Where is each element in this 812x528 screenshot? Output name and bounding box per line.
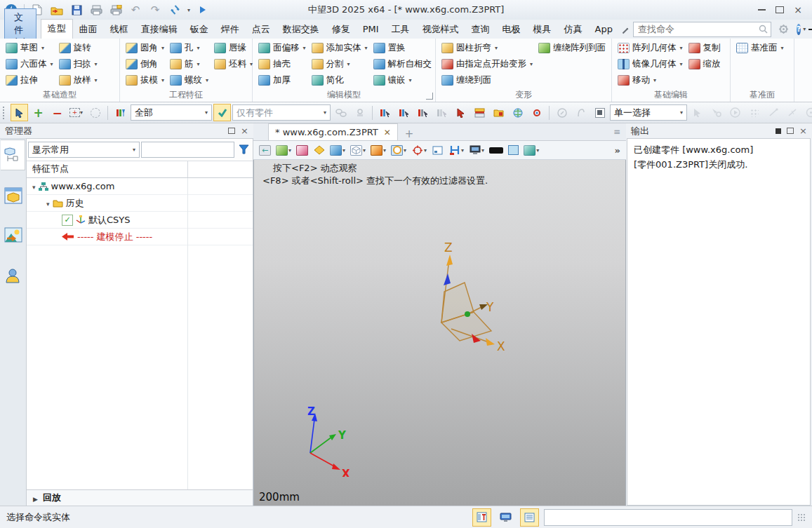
move-button[interactable]: 移动 (618, 74, 683, 86)
hole-button[interactable]: 孔 (170, 42, 208, 54)
fillet-button[interactable]: 圆角 (126, 42, 164, 54)
shaded-display-button[interactable] (330, 145, 345, 156)
document-tab[interactable]: * www.x6g.com.Z3PRT ✕ (268, 123, 398, 140)
entity-filter-icon[interactable] (112, 104, 129, 121)
tab-visual-style[interactable]: 视觉样式 (416, 20, 465, 39)
new-tab-button[interactable]: + (405, 128, 414, 140)
part-filter-combo[interactable]: 仅有零件 (232, 104, 331, 121)
redo-icon[interactable]: ↷ (148, 4, 162, 16)
simplify-button[interactable]: 简化 (312, 74, 368, 86)
replay-bar[interactable]: 回放 (27, 489, 253, 506)
sweep-button[interactable]: 扫掠 (59, 58, 98, 70)
sketch-button[interactable]: 草图 (6, 42, 53, 54)
deform-by-point-button[interactable]: 由指定点开始变形 (441, 58, 533, 70)
emboss-button[interactable]: 镶嵌 (373, 74, 432, 86)
tab-close-icon[interactable]: ✕ (384, 129, 391, 136)
expand-caret-icon[interactable] (32, 181, 36, 191)
help-icon[interactable]: ? (797, 24, 801, 35)
command-search-input[interactable] (637, 23, 759, 35)
tab-simulation[interactable]: 仿真 (558, 20, 589, 39)
viewport[interactable]: 按下<F2> 动态观察 <F8> 或者<Shift-roll> 查找下一个有效的… (253, 160, 626, 506)
scale-button[interactable]: 缩放 (688, 58, 721, 70)
datum-plane-view-icon[interactable] (313, 145, 325, 156)
layer-manager-icon[interactable] (471, 104, 488, 121)
remove-selection-button[interactable]: − (48, 104, 66, 121)
ring-display-button[interactable] (391, 145, 406, 156)
thread-button[interactable]: 螺纹 (170, 74, 208, 86)
thicken-button[interactable]: 加厚 (258, 74, 306, 86)
display-layers-button[interactable] (276, 145, 291, 156)
dialog-launcher-icon[interactable] (426, 93, 433, 100)
tree-node-history[interactable]: 历史 (27, 195, 253, 212)
window-zoom-icon[interactable] (432, 145, 444, 156)
toolbar-drag-handle[interactable] (3, 107, 7, 119)
user-manager-icon[interactable] (1, 261, 25, 290)
shell-button[interactable]: 抽壳 (258, 58, 306, 70)
cylinder-bend-button[interactable]: 圆柱折弯 (441, 42, 533, 54)
tab-app[interactable]: App (589, 21, 619, 37)
back-icon[interactable]: ← (259, 145, 271, 156)
black-bar-icon[interactable] (489, 147, 503, 154)
display-filter-combo[interactable]: 显示常用 (28, 142, 140, 158)
entity-filter-combo[interactable]: 全部 (131, 104, 212, 121)
prompt-panel-button[interactable] (472, 508, 491, 527)
tab-weldment[interactable]: 焊件 (215, 20, 246, 39)
tree-search-input[interactable] (141, 142, 234, 158)
lip-button[interactable]: 唇缘 (214, 42, 253, 54)
open-file-icon[interactable] (50, 4, 64, 16)
output-pin-icon[interactable] (776, 128, 781, 134)
manager-close-button[interactable]: × (241, 128, 248, 134)
save-icon[interactable] (69, 4, 84, 16)
tab-electrode[interactable]: 电极 (496, 20, 527, 39)
target-point-button[interactable] (411, 145, 427, 156)
regenerate-icon[interactable] (168, 4, 182, 16)
monitor-display-button[interactable] (469, 145, 484, 156)
draft-button[interactable]: 拔模 (126, 74, 164, 86)
pointer-icon[interactable] (452, 104, 470, 121)
pick-list-3-icon[interactable] (414, 104, 432, 121)
message-list-button[interactable] (520, 508, 539, 527)
tab-pmi[interactable]: PMI (357, 21, 385, 37)
replace-button[interactable]: 置换 (373, 42, 432, 54)
tab-list-icon[interactable]: ≡ (613, 127, 620, 137)
pick-list-2-icon[interactable] (395, 104, 413, 121)
tree-node-default-csys[interactable]: 默认CSYS (27, 212, 253, 229)
output-log[interactable]: 已创建零件 [www.x6g.com] [零件001.Z3PRT]关闭成功. (627, 138, 811, 506)
tab-data-exchange[interactable]: 数据交换 (277, 20, 326, 39)
tab-shape[interactable]: 造型 (41, 19, 73, 39)
copy-button[interactable]: 复制 (688, 42, 721, 54)
undo-icon[interactable]: ↶ (128, 4, 142, 16)
tab-mold[interactable]: 模具 (527, 20, 558, 39)
expand-caret-icon[interactable] (46, 198, 50, 208)
print-icon[interactable] (89, 4, 103, 16)
default-csys-graphic[interactable]: Z Y X (420, 240, 533, 359)
datum-plane-button[interactable]: 基准面 (736, 42, 784, 54)
viewport-toolbar-overflow-icon[interactable]: » (615, 145, 620, 156)
help-caret[interactable]: ▾ (803, 26, 806, 32)
chamfer-button[interactable]: 倒角 (126, 58, 164, 70)
tree-node-model-stop[interactable]: ----- 建模停止 ----- (27, 229, 253, 245)
pick-list-1-icon[interactable] (376, 104, 394, 121)
face-offset-button[interactable]: 面偏移 (258, 42, 306, 54)
history-manager-icon[interactable] (1, 140, 25, 170)
print-batch-icon[interactable] (109, 4, 123, 16)
wrap-to-face-button[interactable]: 缠绕到面 (441, 74, 533, 86)
window-maximize-button[interactable] (776, 6, 784, 13)
add-selection-button[interactable]: + (29, 104, 47, 121)
visibility-checkbox[interactable] (62, 215, 73, 226)
screen-display-button[interactable] (496, 508, 515, 527)
folder-library-icon[interactable] (490, 104, 507, 121)
output-restore-button[interactable] (787, 128, 794, 134)
eraser-icon[interactable] (296, 145, 308, 156)
collapse-ribbon-icon[interactable] (623, 27, 628, 33)
divide-button[interactable]: 分割 (312, 58, 368, 70)
visualization-manager-icon[interactable] (1, 221, 25, 250)
solid-manager-icon[interactable] (1, 181, 25, 210)
stock-button[interactable]: 坯料 (214, 58, 253, 70)
settings-tool-icon[interactable] (528, 104, 545, 121)
resize-grip[interactable] (797, 513, 806, 522)
solid-square-icon[interactable] (591, 104, 608, 121)
window-minimize-button[interactable] (758, 9, 766, 11)
tab-surface[interactable]: 曲面 (73, 20, 104, 39)
rib-button[interactable]: 筋 (170, 58, 208, 70)
